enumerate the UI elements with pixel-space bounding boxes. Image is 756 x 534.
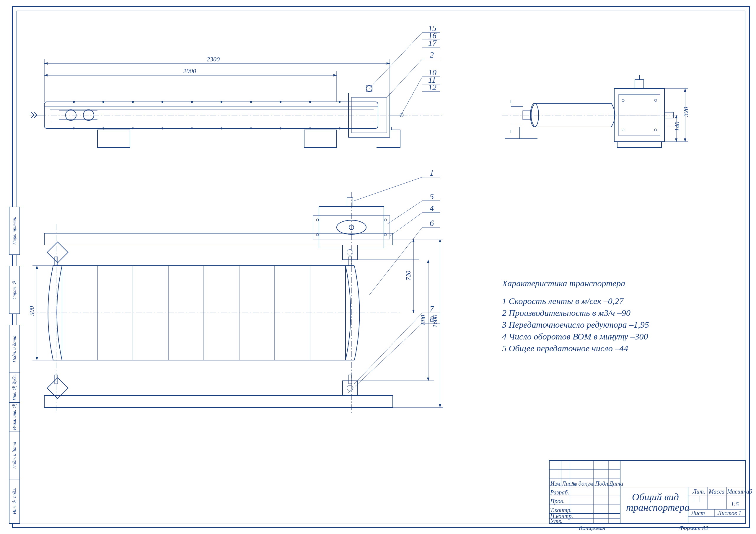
svg-point-24 (339, 127, 340, 129)
dim-140: 140 (673, 121, 681, 131)
svg-point-16 (102, 127, 104, 129)
svg-text:5: 5 (430, 192, 434, 201)
callouts-plan: 1 5 4 6 7 8 (348, 168, 440, 393)
svg-line-50 (387, 59, 422, 97)
svg-text:Дата: Дата (608, 480, 623, 487)
drawing-sheet: Инв. № подл. Подп. и дата Взам. инв. № И… (0, 0, 756, 534)
svg-text:Разраб.: Разраб. (550, 489, 569, 496)
svg-point-6 (102, 101, 104, 103)
svg-text:Копировал: Копировал (579, 524, 606, 531)
svg-line-127 (387, 201, 422, 224)
svg-rect-101 (348, 375, 351, 384)
svg-text:4 Число оборотов ВОМ в минуту : 4 Число оборотов ВОМ в минуту –300 (502, 332, 648, 341)
svg-point-20 (221, 127, 222, 129)
svg-point-68 (622, 129, 624, 131)
svg-point-9 (191, 101, 193, 103)
svg-text:2 Производительность в м3/ч –9: 2 Производительность в м3/ч –90 (502, 308, 631, 318)
svg-point-19 (191, 127, 193, 129)
svg-text:Лист: Лист (691, 510, 705, 516)
svg-point-21 (250, 127, 252, 129)
svg-rect-79 (44, 395, 393, 407)
svg-rect-70 (635, 80, 644, 89)
svg-text:транспортера: транспортера (626, 502, 689, 513)
svg-text:Листов   1: Листов 1 (717, 510, 742, 516)
svg-point-13 (309, 101, 311, 103)
svg-point-15 (73, 127, 75, 129)
svg-text:Масштаб: Масштаб (727, 488, 752, 495)
svg-point-66 (622, 99, 624, 101)
svg-point-67 (654, 99, 657, 101)
svg-text:1: 1 (430, 168, 434, 177)
svg-point-69 (654, 129, 657, 131)
svg-text:8: 8 (430, 314, 434, 324)
plan-view: 500 720 880 1600 (28, 192, 443, 413)
svg-text:Масса: Масса (709, 488, 725, 495)
svg-point-12 (280, 101, 282, 103)
svg-line-130 (390, 213, 422, 236)
svg-point-106 (316, 219, 319, 221)
dim-2300: 2300 (207, 56, 220, 63)
svg-text:7: 7 (430, 304, 434, 313)
svg-rect-110 (347, 198, 353, 207)
svg-line-43 (369, 33, 422, 89)
svg-text:Утв.: Утв. (550, 518, 563, 524)
side-elevation-view: 2300 2000 (30, 56, 443, 147)
svg-point-17 (132, 127, 134, 129)
svg-point-8 (162, 101, 163, 103)
drawing-canvas: 2300 2000 15 16 17 2 10 11 12 (0, 0, 756, 534)
svg-text:Общий вид: Общий вид (632, 492, 679, 502)
svg-text:Подп.: Подп. (595, 480, 609, 487)
svg-text:№ докум.: № докум. (571, 480, 595, 487)
svg-rect-100 (348, 257, 351, 266)
svg-text:2: 2 (430, 50, 434, 59)
svg-line-133 (369, 227, 422, 295)
svg-text:1:5: 1:5 (731, 501, 739, 507)
svg-point-5 (73, 101, 75, 103)
svg-point-109 (384, 233, 387, 236)
dim-720: 720 (405, 271, 412, 280)
svg-point-23 (309, 127, 311, 129)
svg-text:17: 17 (428, 39, 437, 47)
svg-point-7 (132, 101, 134, 103)
svg-rect-35 (304, 130, 337, 147)
svg-text:Характеристика транспортера: Характеристика транспортера (502, 279, 625, 288)
svg-point-97 (347, 385, 353, 391)
svg-line-136 (354, 313, 422, 384)
svg-text:Формат    А1: Формат А1 (679, 524, 709, 531)
svg-rect-34 (97, 130, 130, 147)
svg-point-22 (280, 127, 282, 129)
dim-500: 500 (28, 306, 36, 316)
svg-line-139 (348, 323, 422, 393)
dim-320: 320 (682, 107, 689, 117)
svg-text:6: 6 (430, 219, 434, 227)
svg-point-10 (221, 101, 222, 103)
svg-text:4: 4 (430, 204, 434, 213)
svg-text:3 Передаточноечисло редуктора : 3 Передаточноечисло редуктора –1,95 (502, 320, 649, 330)
callouts-top: 15 16 17 2 10 11 12 (369, 24, 440, 117)
svg-point-95 (347, 250, 353, 255)
svg-point-11 (250, 101, 252, 103)
svg-text:12: 12 (428, 83, 437, 92)
dim-2000: 2000 (183, 67, 196, 75)
svg-text:Лит.: Лит. (692, 488, 705, 495)
spec-block: Характеристика транспортера 1 Скорость л… (502, 279, 649, 353)
svg-text:Пров.: Пров. (550, 498, 564, 505)
svg-point-18 (162, 127, 163, 129)
svg-line-53 (400, 77, 422, 117)
svg-point-108 (316, 233, 319, 236)
svg-point-107 (384, 219, 387, 221)
svg-point-14 (339, 101, 340, 103)
svg-text:5 Общее передаточное число –44: 5 Общее передаточное число –44 (502, 343, 628, 353)
svg-rect-94 (342, 245, 357, 260)
title-block: Изм.Лист № докум. Подп. Дата Разраб. Про… (549, 461, 752, 531)
end-elevation-view: 320 140 (502, 75, 689, 147)
svg-line-124 (354, 177, 422, 201)
svg-text:1 Скорость ленты в м/сек –0,27: 1 Скорость ленты в м/сек –0,27 (502, 296, 624, 306)
